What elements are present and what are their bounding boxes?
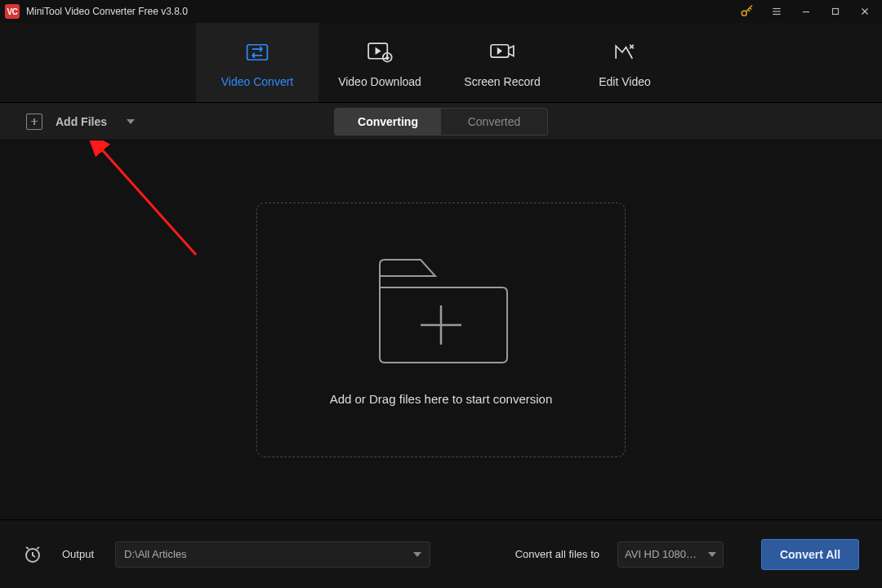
- app-title: MiniTool Video Converter Free v3.8.0: [26, 6, 733, 17]
- timer-icon[interactable]: [23, 545, 42, 564]
- app-logo-icon: VC: [5, 4, 20, 19]
- output-path-select[interactable]: D:\All Articles: [115, 541, 430, 568]
- content-area: Add or Drag files here to start conversi…: [0, 140, 882, 519]
- menu-icon[interactable]: [763, 0, 791, 23]
- svg-point-0: [742, 11, 746, 16]
- tab-label: Video Convert: [221, 75, 293, 88]
- tab-edit-video[interactable]: Edit Video: [564, 23, 686, 102]
- tab-video-download[interactable]: Video Download: [318, 23, 441, 102]
- subbar: Add Files Converting Converted: [0, 103, 882, 140]
- drop-zone-text: Add or Drag files here to start conversi…: [330, 392, 553, 406]
- convert-all-button[interactable]: Convert All: [761, 539, 859, 570]
- record-icon: [488, 38, 516, 67]
- chevron-down-icon[interactable]: [127, 119, 135, 124]
- chevron-down-icon: [708, 552, 716, 557]
- segment-converting[interactable]: Converting: [335, 109, 441, 135]
- tab-label: Screen Record: [464, 75, 540, 88]
- tab-screen-record[interactable]: Screen Record: [441, 23, 564, 102]
- add-file-icon: [26, 114, 42, 130]
- convert-icon: [243, 38, 271, 67]
- edit-icon: [611, 38, 639, 67]
- minimize-button[interactable]: [792, 0, 820, 23]
- output-label: Output: [62, 548, 94, 560]
- svg-line-12: [100, 147, 196, 255]
- convert-status-segments: Converting Converted: [334, 108, 548, 136]
- tab-label: Edit Video: [599, 75, 651, 88]
- titlebar: VC MiniTool Video Converter Free v3.8.0: [0, 0, 882, 23]
- titlebar-buttons: [733, 0, 879, 23]
- output-path-value: D:\All Articles: [124, 548, 413, 560]
- drop-zone[interactable]: Add or Drag files here to start conversi…: [256, 203, 626, 457]
- add-files-button[interactable]: Add Files: [0, 114, 151, 130]
- segment-converted[interactable]: Converted: [441, 109, 547, 135]
- maximize-button[interactable]: [822, 0, 849, 23]
- svg-rect-5: [833, 9, 839, 15]
- close-button[interactable]: [851, 0, 879, 23]
- annotation-arrow: [88, 140, 235, 287]
- svg-rect-8: [247, 44, 268, 60]
- add-files-label: Add Files: [56, 115, 107, 128]
- download-icon: [366, 38, 394, 67]
- main-tabs: Video Convert Video Download: [0, 23, 882, 103]
- tab-video-convert[interactable]: Video Convert: [196, 23, 318, 102]
- chevron-down-icon: [413, 552, 421, 557]
- convert-all-label: Convert all files to: [515, 548, 599, 560]
- output-format-value: AVI HD 1080PCu: [625, 548, 703, 560]
- app-window: VC MiniTool Video Converter Free v3.8.0: [0, 0, 882, 588]
- folder-plus-icon: [372, 255, 510, 369]
- output-format-select[interactable]: AVI HD 1080PCu: [617, 541, 724, 568]
- key-icon[interactable]: [733, 0, 761, 23]
- tab-label: Video Download: [338, 75, 421, 88]
- footer: Output D:\All Articles Convert all files…: [0, 519, 882, 588]
